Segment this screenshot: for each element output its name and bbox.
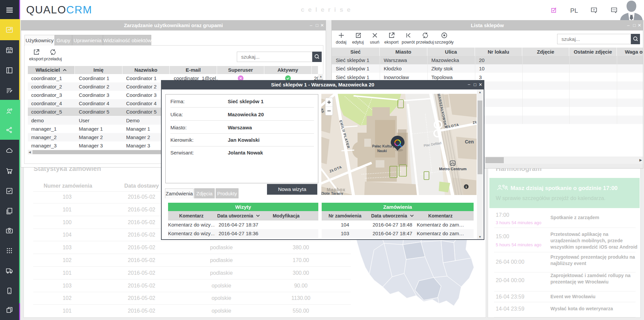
svg-text:Cen: Cen	[465, 139, 474, 144]
svg-text:?: ?	[593, 8, 595, 12]
svg-text:Pałac Kultury: Pałac Kultury	[372, 144, 394, 148]
svg-text:ZŁ: ZŁ	[472, 120, 477, 125]
svg-text:31: 31	[8, 50, 11, 53]
svg-text:i: i	[466, 185, 467, 189]
svg-text:Nauki: Nauki	[377, 149, 387, 153]
svg-text:Złote Tarasy: Złote Tarasy	[321, 191, 343, 195]
svg-text:Metro Centrum: Metro Centrum	[439, 167, 467, 171]
